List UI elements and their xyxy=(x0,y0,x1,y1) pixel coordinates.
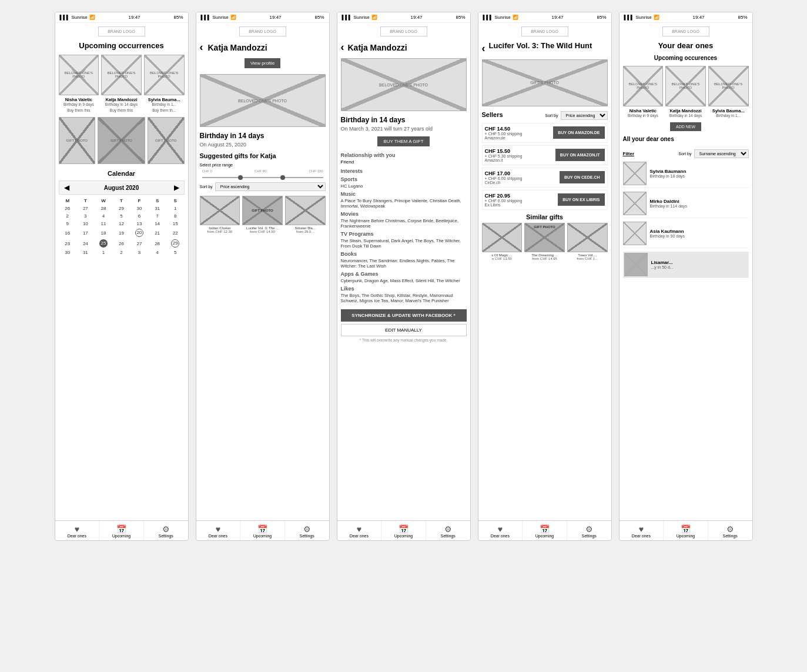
nav-dear-ones-5[interactable]: ♥ Dear ones xyxy=(620,521,664,540)
cal-day[interactable]: 22 xyxy=(166,228,185,238)
buy-button-1[interactable]: BUY ON AMAZON.DE xyxy=(553,126,604,139)
nav-upcoming-4[interactable]: 📅 Upcoming xyxy=(523,521,567,540)
cal-day[interactable]: 20 xyxy=(130,228,149,238)
cal-day[interactable]: 5 xyxy=(166,249,185,256)
next-month-button[interactable]: ▶ xyxy=(174,183,179,192)
slider-thumb-left[interactable] xyxy=(238,175,243,180)
cal-day[interactable]: 23 xyxy=(59,238,77,249)
person-card-1[interactable]: BELOVED ONE'S PHOTO Nisha Valetic Birthd… xyxy=(59,55,99,113)
sort-select-s5[interactable]: Surname ascending xyxy=(694,149,749,158)
cal-day[interactable]: 13 xyxy=(130,220,149,228)
cal-day[interactable]: 1 xyxy=(166,205,185,212)
dear-one-2[interactable]: Mirko Daldini Birthday in 114 days xyxy=(623,192,749,218)
nav-upcoming-3[interactable]: 📅 Upcoming xyxy=(381,521,426,540)
person-card-3[interactable]: BELOVED ONE'S PHOTO Sylvia Bauma... Birt… xyxy=(144,55,185,113)
gift-item-3[interactable]: Sinister Bla... from 29.0... xyxy=(285,196,326,233)
nav-settings-3[interactable]: ⚙ Settings xyxy=(426,521,470,540)
upcoming-person-1[interactable]: BELOVED ONE'S PHOTO Nisha Valetic Birthd… xyxy=(623,66,664,118)
cal-day[interactable]: 31 xyxy=(76,249,95,256)
cal-day[interactable]: 5 xyxy=(112,212,130,220)
nav-settings-1[interactable]: ⚙ Settings xyxy=(144,521,188,540)
back-button[interactable]: ‹ xyxy=(482,42,485,55)
upcoming-person-3[interactable]: BELOVED ONE'S PHOTO Sylvia Bauma... Birt… xyxy=(708,66,749,118)
cal-day[interactable]: 15 xyxy=(166,220,185,228)
sort-select[interactable]: Price ascending xyxy=(215,182,326,191)
dear-one-3[interactable]: Asia Kaufmann Birthday in 90 days xyxy=(623,222,749,248)
dear-one-1[interactable]: Sylvia Baumann Birthday in 18 days xyxy=(623,162,749,188)
cal-day[interactable]: 26 xyxy=(112,238,130,249)
cal-day[interactable]: 6 xyxy=(130,212,149,220)
cal-day[interactable]: 14 xyxy=(148,220,166,228)
view-profile-button[interactable]: View profile xyxy=(245,58,280,68)
gift-photo-2[interactable]: GIFT PHOTO xyxy=(98,117,145,165)
edit-manually-button[interactable]: EDIT MANUALLY xyxy=(341,324,467,336)
cal-day[interactable]: 4 xyxy=(95,212,113,220)
slider-thumb-right[interactable] xyxy=(280,175,285,180)
nav-dear-ones-1[interactable]: ♥ Dear ones xyxy=(55,521,100,540)
nav-settings-2[interactable]: ⚙ Settings xyxy=(285,521,329,540)
cal-day[interactable]: 4 xyxy=(148,249,166,256)
bottom-nav-5: ♥ Dear ones 📅 Upcoming ⚙ Settings xyxy=(620,520,752,540)
cal-day[interactable]: 11 xyxy=(95,220,113,228)
back-button[interactable]: ‹ xyxy=(200,41,203,54)
cal-day[interactable]: 2 xyxy=(112,249,130,256)
nav-dear-ones-3[interactable]: ♥ Dear ones xyxy=(337,521,382,540)
dear-one-4[interactable]: Lisamar... ...y in 50 d... xyxy=(623,252,749,278)
nav-upcoming-1[interactable]: 📅 Upcoming xyxy=(99,521,144,540)
buy-button-4[interactable]: BUY ON EX LIBRIS xyxy=(558,193,604,206)
filter-link[interactable]: Filter xyxy=(623,151,635,156)
similar-item-1[interactable]: s Of Magic ... n CHF 13.50 xyxy=(482,223,523,260)
gift-photo-3[interactable]: GIFT PHOTO xyxy=(148,117,185,165)
person-card-2[interactable]: BELOVED ONE'S PHOTO Katja Mandozzi Birth… xyxy=(101,55,142,113)
cal-day[interactable]: 3 xyxy=(130,249,149,256)
cal-day[interactable]: 25 xyxy=(95,238,113,249)
cal-day[interactable]: 30 xyxy=(59,249,77,256)
buy-button-3[interactable]: BUY ON CEDE.CH xyxy=(560,171,605,183)
cal-day[interactable]: 21 xyxy=(148,228,166,238)
gift-photo-1[interactable]: GIFT PHOTO xyxy=(59,117,96,165)
cal-day[interactable]: 12 xyxy=(112,220,130,228)
upcoming-person-2[interactable]: BELOVED ONE'S PHOTO Katja Mandozzi Birth… xyxy=(665,66,706,118)
gift-item-2[interactable]: GIFT PHOTO Lucifer Vol. 3: The ... from … xyxy=(242,196,283,233)
cal-day[interactable]: 9 xyxy=(59,220,77,228)
nav-dear-ones-4[interactable]: ♥ Dear ones xyxy=(478,521,523,540)
nav-settings-4[interactable]: ⚙ Settings xyxy=(567,521,611,540)
prev-month-button[interactable]: ◀ xyxy=(64,183,69,192)
similar-item-2[interactable]: GIFT PHOTO The Dreaming ... from CHF 14.… xyxy=(524,223,565,260)
sync-facebook-button[interactable]: SYNCHRONIZE & UPDATE WITH FACEBOOK * xyxy=(341,309,467,322)
cal-day[interactable]: 29 xyxy=(112,205,130,212)
buy-button-2[interactable]: BUY ON AMAZON.IT xyxy=(555,149,605,161)
cal-day[interactable]: 10 xyxy=(76,220,95,228)
cal-day[interactable]: 17 xyxy=(76,228,95,238)
cal-day[interactable]: 28 xyxy=(148,238,166,249)
cal-day[interactable]: 8 xyxy=(166,212,185,220)
buy-gift-button[interactable]: BUY THEM A GIFT xyxy=(377,136,429,146)
nav-upcoming-2[interactable]: 📅 Upcoming xyxy=(240,521,285,540)
similar-item-3[interactable]: Trees Vol.... from CHF 1... xyxy=(567,223,608,260)
profile-name: Katja Mandozzi xyxy=(208,43,267,52)
cal-day[interactable]: 27 xyxy=(130,238,149,249)
cal-day[interactable]: 16 xyxy=(59,228,77,238)
back-button[interactable]: ‹ xyxy=(341,41,344,54)
nav-dear-ones-2[interactable]: ♥ Dear ones xyxy=(196,521,241,540)
cal-day[interactable]: 26 xyxy=(59,205,77,212)
cal-day[interactable]: 24 xyxy=(76,238,95,249)
cal-day[interactable]: 27 xyxy=(76,205,95,212)
add-new-button[interactable]: ADD NEW xyxy=(670,122,701,131)
cal-day[interactable]: 2 xyxy=(59,212,77,220)
gift-item-1[interactable]: Indian Choker from CHF 12.30 xyxy=(200,196,240,233)
nav-settings-5[interactable]: ⚙ Settings xyxy=(708,521,752,540)
cal-day[interactable]: 19 xyxy=(112,228,130,238)
cal-day[interactable]: 3 xyxy=(76,212,95,220)
nav-upcoming-5[interactable]: 📅 Upcoming xyxy=(664,521,708,540)
cal-day[interactable]: 1 xyxy=(95,249,113,256)
cal-day[interactable]: 29 xyxy=(166,238,185,249)
cal-day[interactable]: 28 xyxy=(95,205,113,212)
cal-day[interactable]: 7 xyxy=(148,212,166,220)
cal-day[interactable]: 31 xyxy=(148,205,166,212)
slider-track[interactable] xyxy=(202,175,323,180)
sort-select-s4[interactable]: Price ascending xyxy=(561,111,608,120)
cal-day[interactable]: 18 xyxy=(95,228,113,238)
cal-day[interactable]: 30 xyxy=(130,205,149,212)
music-value: A Place To Bury Strangers, Principe Vali… xyxy=(341,198,467,209)
